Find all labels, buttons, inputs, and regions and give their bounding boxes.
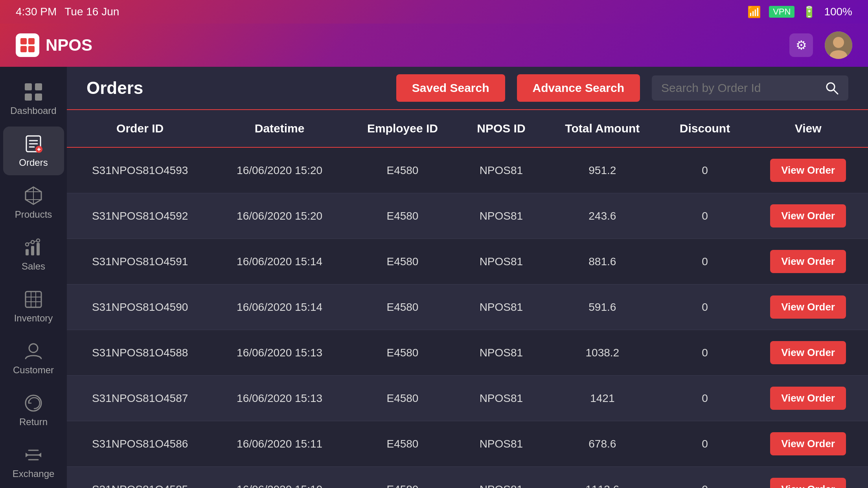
settings-button[interactable]: ⚙ bbox=[789, 33, 813, 57]
cell-total-amount: 1113.6 bbox=[543, 467, 662, 488]
search-icon-button[interactable] bbox=[825, 81, 839, 95]
topbar: NPOS ⚙ bbox=[0, 24, 868, 67]
cell-npos-id: NPOS81 bbox=[459, 239, 543, 284]
cell-discount: 0 bbox=[662, 193, 748, 239]
sidebar-label-return: Return bbox=[19, 416, 48, 427]
cell-total-amount: 951.2 bbox=[543, 147, 662, 193]
status-right-section: 📶 VPN 🔋 100% bbox=[747, 6, 852, 18]
cell-datetime: 16/06/2020 15:20 bbox=[213, 193, 346, 239]
sidebar-label-inventory: Inventory bbox=[14, 313, 53, 324]
cell-discount: 0 bbox=[662, 376, 748, 421]
cell-order-id: S31NPOS81O4585 bbox=[67, 467, 213, 488]
svg-rect-7 bbox=[25, 83, 32, 90]
cell-view: View Order bbox=[748, 330, 868, 376]
cell-npos-id: NPOS81 bbox=[459, 193, 543, 239]
cell-view: View Order bbox=[748, 421, 868, 467]
saved-search-button[interactable]: Saved Search bbox=[396, 74, 505, 102]
cell-employee-id: E4580 bbox=[346, 193, 459, 239]
sidebar-item-return[interactable]: Return bbox=[3, 386, 64, 435]
sidebar-item-dashboard[interactable]: Dashboard bbox=[3, 75, 64, 123]
table-row: S31NPOS81O4585 16/06/2020 15:10 E4580 NP… bbox=[67, 467, 868, 488]
view-order-button[interactable]: View Order bbox=[770, 341, 846, 364]
svg-rect-2 bbox=[20, 46, 27, 52]
advance-search-button[interactable]: Advance Search bbox=[517, 74, 640, 102]
view-order-button[interactable]: View Order bbox=[770, 159, 846, 182]
cell-employee-id: E4580 bbox=[346, 284, 459, 330]
cell-employee-id: E4580 bbox=[346, 376, 459, 421]
cell-total-amount: 1038.2 bbox=[543, 330, 662, 376]
cell-view: View Order bbox=[748, 467, 868, 488]
search-input[interactable] bbox=[661, 81, 818, 95]
table-row: S31NPOS81O4590 16/06/2020 15:14 E4580 NP… bbox=[67, 284, 868, 330]
svg-rect-24 bbox=[37, 243, 40, 255]
cell-order-id: S31NPOS81O4586 bbox=[67, 421, 213, 467]
col-header-npos-id: NPOS ID bbox=[459, 110, 543, 147]
sidebar-item-customer[interactable]: Customer bbox=[3, 334, 64, 383]
svg-rect-9 bbox=[25, 94, 32, 101]
cell-npos-id: NPOS81 bbox=[459, 376, 543, 421]
svg-line-42 bbox=[834, 90, 838, 94]
cell-discount: 0 bbox=[662, 284, 748, 330]
cell-order-id: S31NPOS81O4588 bbox=[67, 330, 213, 376]
cell-npos-id: NPOS81 bbox=[459, 330, 543, 376]
svg-point-26 bbox=[31, 240, 34, 244]
sidebar-label-exchange: Exchange bbox=[13, 468, 55, 479]
cell-total-amount: 1421 bbox=[543, 376, 662, 421]
status-time-section: 4:30 PM Tue 16 Jun bbox=[16, 6, 119, 18]
cell-datetime: 16/06/2020 15:11 bbox=[213, 421, 346, 467]
wifi-icon: 📶 bbox=[747, 6, 761, 18]
sidebar-item-sales[interactable]: Sales bbox=[3, 230, 64, 279]
cell-order-id: S31NPOS81O4591 bbox=[67, 239, 213, 284]
content-area: Orders Saved Search Advance Search Order… bbox=[67, 67, 868, 488]
orders-table-container: Order ID Datetime Employee ID NPOS ID To… bbox=[67, 110, 868, 488]
sidebar-label-dashboard: Dashboard bbox=[10, 105, 56, 116]
logo-text: NPOS bbox=[46, 36, 92, 55]
cell-datetime: 16/06/2020 15:13 bbox=[213, 330, 346, 376]
sidebar-item-orders[interactable]: Orders bbox=[3, 127, 64, 175]
content-header: Orders Saved Search Advance Search bbox=[67, 67, 868, 110]
view-order-button[interactable]: View Order bbox=[770, 295, 846, 319]
sidebar: Dashboard Orders Products bbox=[0, 67, 67, 488]
cell-datetime: 16/06/2020 15:13 bbox=[213, 376, 346, 421]
cell-total-amount: 243.6 bbox=[543, 193, 662, 239]
svg-rect-3 bbox=[28, 46, 35, 52]
svg-point-25 bbox=[26, 243, 29, 246]
cell-total-amount: 591.6 bbox=[543, 284, 662, 330]
cell-discount: 0 bbox=[662, 147, 748, 193]
svg-rect-8 bbox=[35, 83, 42, 90]
cell-view: View Order bbox=[748, 147, 868, 193]
view-order-button[interactable]: View Order bbox=[770, 478, 846, 488]
table-row: S31NPOS81O4586 16/06/2020 15:11 E4580 NP… bbox=[67, 421, 868, 467]
table-row: S31NPOS81O4587 16/06/2020 15:13 E4580 NP… bbox=[67, 376, 868, 421]
cell-employee-id: E4580 bbox=[346, 239, 459, 284]
status-bar: 4:30 PM Tue 16 Jun 📶 VPN 🔋 100% bbox=[0, 0, 868, 24]
cell-view: View Order bbox=[748, 193, 868, 239]
cell-npos-id: NPOS81 bbox=[459, 421, 543, 467]
svg-rect-30 bbox=[26, 292, 41, 307]
logo: NPOS bbox=[16, 33, 92, 57]
avatar bbox=[825, 31, 852, 59]
svg-rect-23 bbox=[31, 246, 34, 255]
search-container bbox=[652, 75, 848, 101]
cell-total-amount: 678.6 bbox=[543, 421, 662, 467]
sidebar-item-inventory[interactable]: Inventory bbox=[3, 282, 64, 331]
cell-view: View Order bbox=[748, 284, 868, 330]
svg-point-27 bbox=[37, 239, 40, 242]
orders-table: Order ID Datetime Employee ID NPOS ID To… bbox=[67, 110, 868, 488]
sidebar-item-exchange[interactable]: Exchange bbox=[3, 438, 64, 486]
cell-datetime: 16/06/2020 15:10 bbox=[213, 467, 346, 488]
col-header-view: View bbox=[748, 110, 868, 147]
sidebar-item-products[interactable]: Products bbox=[3, 178, 64, 227]
cell-total-amount: 881.6 bbox=[543, 239, 662, 284]
col-header-datetime: Datetime bbox=[213, 110, 346, 147]
svg-rect-10 bbox=[35, 94, 42, 101]
cell-view: View Order bbox=[748, 239, 868, 284]
view-order-button[interactable]: View Order bbox=[770, 387, 846, 410]
view-order-button[interactable]: View Order bbox=[770, 204, 846, 227]
view-order-button[interactable]: View Order bbox=[770, 250, 846, 273]
view-order-button[interactable]: View Order bbox=[770, 432, 846, 455]
svg-point-35 bbox=[29, 344, 38, 352]
cell-npos-id: NPOS81 bbox=[459, 284, 543, 330]
sidebar-label-products: Products bbox=[15, 209, 52, 220]
cell-discount: 0 bbox=[662, 330, 748, 376]
